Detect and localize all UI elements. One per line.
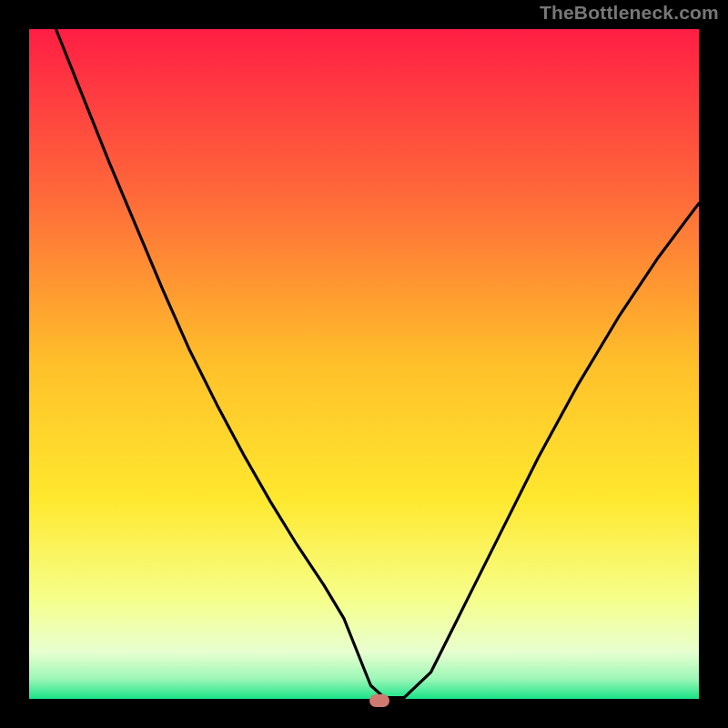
bottleneck-marker — [369, 694, 389, 707]
chart-frame — [27, 27, 701, 701]
watermark-text: TheBottleneck.com — [540, 2, 719, 24]
bottleneck-chart — [29, 29, 699, 699]
chart-background — [29, 29, 699, 699]
